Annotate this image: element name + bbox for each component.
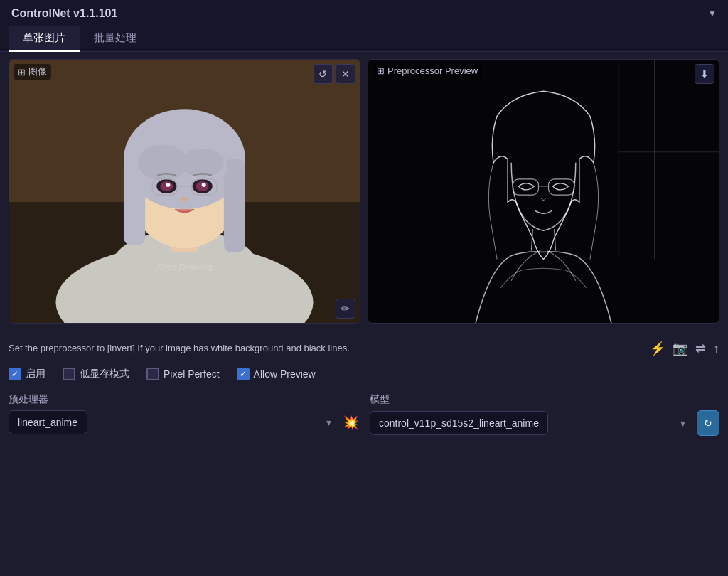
svg-point-20 (181, 197, 187, 201)
upload-button[interactable]: ↑ (713, 341, 719, 356)
svg-text:Start Drawing: Start Drawing (156, 262, 213, 272)
collapse-icon[interactable]: ▼ (708, 9, 717, 18)
edit-button[interactable]: ✏ (336, 299, 355, 319)
model-label: 模型 (370, 393, 719, 406)
swap-button[interactable]: ⇌ (695, 341, 706, 356)
lightning-button[interactable]: ⚡ (650, 341, 665, 356)
preprocessor-group: 预处理器 lineart_anime 💥 (9, 393, 358, 436)
preview-panel-label: ⊞ Preprocessor Preview (373, 64, 482, 78)
checkbox-lowvram-box[interactable] (63, 368, 75, 380)
preprocessor-row: lineart_anime 💥 (9, 410, 358, 434)
app-title: ControlNet v1.1.101 (11, 7, 117, 20)
checkbox-enable-label: 启用 (26, 368, 46, 380)
preprocessor-select[interactable]: lineart_anime (9, 410, 87, 434)
info-text: Set the preprocessor to [invert] If your… (9, 341, 638, 356)
model-row: control_v11p_sd15s2_lineart_anime ↻ (370, 410, 719, 436)
checkbox-allow-preview-box[interactable]: ✓ (237, 368, 250, 380)
preview-panel-controls: ⬇ (695, 64, 714, 84)
svg-point-12 (138, 145, 188, 181)
model-select[interactable]: control_v11p_sd15s2_lineart_anime (370, 411, 548, 435)
model-wrapper: control_v11p_sd15s2_lineart_anime (370, 411, 692, 435)
source-panel-controls: ↺ ✕ (313, 64, 355, 84)
preprocessor-label: 预处理器 (9, 393, 358, 406)
svg-point-19 (202, 183, 206, 187)
info-bar: Set the preprocessor to [invert] If your… (0, 331, 728, 362)
source-panel-icon: ⊞ (18, 67, 26, 78)
refresh-button[interactable]: ↻ (697, 410, 719, 436)
checkbox-enable-box[interactable]: ✓ (9, 368, 21, 380)
checkbox-pixel-perfect-label: Pixel Perfect (164, 368, 220, 380)
source-image-panel[interactable]: ⊞ 图像 ↺ ✕ ✏ (9, 59, 360, 324)
model-group: 模型 control_v11p_sd15s2_lineart_anime ↻ (370, 393, 719, 436)
checkbox-pixel-perfect[interactable]: Pixel Perfect (146, 368, 220, 380)
preview-image-panel[interactable]: ⊞ Preprocessor Preview ⬇ (368, 59, 719, 324)
svg-point-18 (166, 183, 170, 187)
preview-panel-icon: ⊞ (377, 65, 385, 76)
source-image-svg: Start Drawing (9, 60, 360, 323)
checkboxes-row: ✓ 启用 低显存模式 Pixel Perfect ✓ Allow Preview (0, 362, 728, 390)
tabs-bar: 单张图片 批量处理 (0, 26, 728, 52)
checkbox-lowvram[interactable]: 低显存模式 (63, 368, 129, 380)
header: ControlNet v1.1.101 ▼ (0, 0, 728, 26)
svg-rect-10 (224, 159, 245, 252)
svg-point-13 (181, 149, 223, 177)
checkbox-lowvram-label: 低显存模式 (80, 368, 129, 380)
source-panel-label: ⊞ 图像 (14, 64, 51, 80)
checkbox-allow-preview-label: Allow Preview (254, 368, 316, 380)
fire-button[interactable]: 💥 (343, 415, 358, 430)
checkbox-enable[interactable]: ✓ 启用 (9, 368, 46, 380)
source-panel-controls-br: ✏ (336, 299, 355, 319)
checkbox-pixel-perfect-box[interactable] (146, 368, 159, 380)
tab-single-image[interactable]: 单张图片 (9, 26, 80, 52)
remove-button[interactable]: ✕ (336, 64, 355, 84)
camera-button[interactable]: 📷 (673, 341, 688, 356)
reset-button[interactable]: ↺ (313, 64, 333, 84)
preview-image-svg (368, 60, 719, 323)
panels-area: ⊞ 图像 ↺ ✕ ✏ (0, 52, 728, 331)
checkbox-allow-preview[interactable]: ✓ Allow Preview (237, 368, 316, 380)
download-button[interactable]: ⬇ (695, 64, 714, 84)
dropdowns-section: 预处理器 lineart_anime 💥 模型 control_v11p_sd1… (0, 390, 728, 447)
tab-batch[interactable]: 批量处理 (80, 26, 151, 52)
preprocessor-wrapper: lineart_anime (9, 410, 338, 434)
preview-image-content (368, 60, 719, 323)
source-image-content: Start Drawing (9, 60, 360, 323)
app-container: ControlNet v1.1.101 ▼ 单张图片 批量处理 ⊞ 图像 ↺ ✕… (0, 0, 728, 576)
svg-rect-25 (368, 60, 719, 323)
info-icons: ⚡ 📷 ⇌ ↑ (650, 341, 719, 356)
